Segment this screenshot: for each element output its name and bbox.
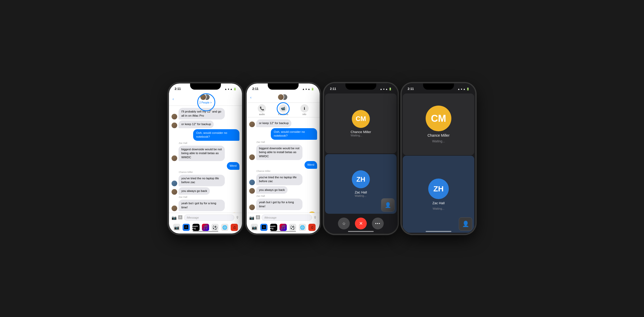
self-preview-face: 👤 <box>381 199 394 211</box>
applepay-app-2[interactable]: Apple Pay <box>270 224 277 231</box>
web-app-2[interactable]: 🌐 <box>299 224 306 231</box>
action-info[interactable]: ℹ info <box>300 104 309 116</box>
msg-sender-label: Zac Hall <box>256 141 317 143</box>
msg-bubble: or keep 12" for backup <box>256 119 291 127</box>
msg-row: biggest downside would be not being able… <box>249 145 317 160</box>
msg-sender-label: Chance Miller <box>256 170 317 172</box>
msg-row: Ooh, would consider no notebook? <box>249 128 317 140</box>
status-icons-3: ▲ ● ▲ 🔋 <box>380 88 392 90</box>
ft-tile-cm: CM Chance Miller Waiting... <box>325 94 397 153</box>
camera-icon[interactable]: 📷 <box>172 215 177 220</box>
phone-3: 2:11 ▲ ● ▲ 🔋 CM Chance Miller Waiting... <box>324 83 398 234</box>
phone-1: 2:11 ▲ ● ▲ 🔋 ‹ 2 People > <box>168 83 243 234</box>
action-audio[interactable]: 📞 audio <box>258 104 266 116</box>
photos-app[interactable]: 📷 <box>173 224 180 231</box>
msg-sender-label: Zac Hall <box>179 196 239 198</box>
msg-row: biggest downside would be not being able… <box>172 146 239 161</box>
messages-list-2: or keep 12" for backup Ooh, would consid… <box>247 117 320 213</box>
appstore-app[interactable]: 🅰 <box>183 224 190 231</box>
msg-avatar <box>172 206 177 211</box>
msg-row: yeah but i got by for a long time! <box>172 200 239 211</box>
status-time-3: 2:11 <box>330 87 336 91</box>
apps-icon-2[interactable]: 🅰 <box>256 215 260 220</box>
input-bar-2: 📷 🅰 iMessage 🎙 <box>247 213 320 222</box>
ft-avatar-zh: ZH <box>352 170 370 188</box>
music-app[interactable]: 🎵 <box>202 224 209 231</box>
message-input-2[interactable]: iMessage <box>262 215 312 221</box>
photos-app-2[interactable]: 📷 <box>251 224 258 231</box>
apps-icon[interactable]: 🅰 <box>178 215 182 220</box>
msg-bubble: I'll probably sell my 12" and go all in … <box>178 108 225 119</box>
soccer-app-2[interactable]: ⚽ <box>289 224 296 231</box>
status-icons-4: ▲ ● ▲ 🔋 <box>458 88 469 90</box>
applepay-app[interactable]: Apple Pay <box>192 224 200 231</box>
back-button-1[interactable]: ‹ <box>173 97 174 101</box>
msg-avatar <box>249 180 255 185</box>
audio-icon[interactable]: 📞 <box>258 104 266 113</box>
appstore-app-2[interactable]: 🅰 <box>260 224 267 231</box>
nav-bar-2: ‹ <box>247 93 320 103</box>
ft-tile-zh-4: ZH Zac Hall Waiting... 👤 <box>403 156 474 233</box>
music-app2b[interactable]: ♫ <box>308 224 316 231</box>
msg-avatar <box>249 188 255 194</box>
nav-center-1: 2 People > <box>199 94 212 104</box>
ft-tile-cm-4: CM Chance Miller Waiting... <box>403 94 474 155</box>
avatar-group-2[interactable] <box>278 94 289 101</box>
msg-bubble: you've tried the no laptop life before z… <box>178 175 225 186</box>
info-icon[interactable]: ℹ <box>300 104 309 113</box>
ft-star-button[interactable]: ☆ <box>338 218 350 229</box>
music-app2[interactable]: ♫ <box>231 224 238 231</box>
home-indicator-3 <box>348 231 374 232</box>
phone-4: 2:11 ▲ ● ▲ 🔋 CM Chance Miller Waiting...… <box>401 83 476 234</box>
self-preview-3: 👤 <box>381 198 395 212</box>
web-app[interactable]: 🌐 <box>221 224 228 231</box>
self-preview-face-4: 👤 <box>462 221 469 227</box>
msg-bubble: you always go back <box>178 187 210 195</box>
ft-end-button[interactable]: ✕ <box>355 218 367 229</box>
phone-1-screen: 2:11 ▲ ● ▲ 🔋 ‹ 2 People > <box>169 83 242 234</box>
action-facetime[interactable]: 📹 FaceTime <box>278 104 288 116</box>
msg-sender-label: Zac Hall <box>256 195 317 197</box>
msg-row: Werd <box>249 161 317 169</box>
msg-bubble: Ooh, would consider no notebook? <box>193 129 239 141</box>
notch-1 <box>190 83 221 90</box>
self-preview-4: 👤 <box>459 217 472 231</box>
facetime-icon[interactable]: 📹 <box>279 104 287 113</box>
msg-bubble: Werd <box>305 161 317 169</box>
ft-more-button[interactable]: ••• <box>372 218 384 229</box>
phone-2: 2:11 ▲ ● ▲ 🔋 ‹ <box>246 83 320 234</box>
back-button-2[interactable]: ‹ <box>250 95 252 99</box>
nav-center-2 <box>278 94 289 101</box>
music-app-2[interactable]: 🎵 <box>280 224 287 231</box>
mic-icon-2[interactable]: 🎙 <box>314 216 317 220</box>
msg-avatar <box>249 154 255 160</box>
ft-avatar-zh-4: ZH <box>428 179 449 199</box>
phones-container: 2:11 ▲ ● ▲ 🔋 ‹ 2 People > <box>163 78 481 239</box>
notch-3 <box>345 83 376 90</box>
msg-row: you always go back <box>249 186 317 194</box>
camera-icon-2[interactable]: 📷 <box>249 215 254 220</box>
msg-row: you've tried the no laptop life before z… <box>249 174 317 185</box>
mic-icon-1[interactable]: 🎙 <box>236 216 239 220</box>
input-bar-1: 📷 🅰 iMessage 🎙 <box>169 213 242 222</box>
ft-controls: ☆ ✕ ••• <box>324 215 397 234</box>
status-icons-1: ▲ ● ▲ 🔋 <box>225 88 236 90</box>
soccer-app[interactable]: ⚽ <box>211 224 219 231</box>
avatar-group-1[interactable] <box>200 94 211 101</box>
messages-list-1: I'll probably sell my 12" and go all in … <box>169 106 242 213</box>
phone-4-screen: 2:11 ▲ ● ▲ 🔋 CM Chance Miller Waiting...… <box>402 83 475 234</box>
phone-2-screen: 2:11 ▲ ● ▲ 🔋 ‹ <box>247 83 320 234</box>
ft-status-zh-4: Waiting... <box>433 207 444 210</box>
nav-subtitle-1[interactable]: 2 People > <box>199 101 212 104</box>
msg-sender-label: Zac Hall <box>179 142 239 144</box>
msg-bubble: biggest downside would be not being able… <box>256 145 302 160</box>
message-input-1[interactable]: iMessage <box>184 215 234 221</box>
ft-status-cm: Waiting... <box>351 134 371 137</box>
msg-row: you always go back <box>172 187 239 195</box>
msg-row: I'll probably sell my 12" and go all in … <box>172 108 239 119</box>
facetime-label: FaceTime <box>278 113 288 116</box>
more-icon: ••• <box>375 221 381 226</box>
msg-bubble: yeah but i got by for a long time! <box>178 200 225 211</box>
msg-bubble: Werd <box>227 162 239 170</box>
home-indicator-2 <box>270 231 296 232</box>
